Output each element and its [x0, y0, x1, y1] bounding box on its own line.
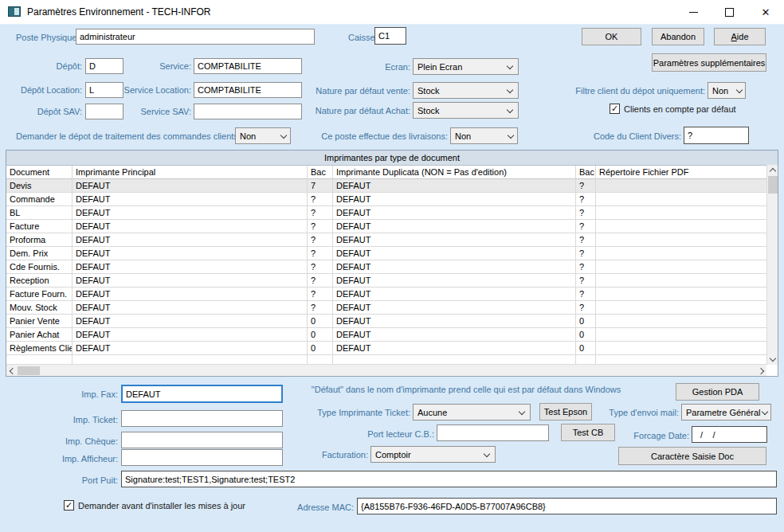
table-cell[interactable]: DEFAUT [73, 193, 308, 206]
table-cell[interactable]: ? [308, 301, 333, 315]
table-cell[interactable]: DEFAUT [333, 179, 576, 193]
table-cell[interactable] [596, 179, 766, 193]
table-cell[interactable]: ? [308, 247, 333, 260]
gestion-pda-button[interactable]: Gestion PDA [676, 383, 759, 401]
col-header-imprimante-principal[interactable]: Imprimante Principal [73, 166, 308, 179]
adresse-mac-input[interactable] [357, 498, 777, 514]
ok-button[interactable]: OK [582, 28, 641, 45]
table-cell[interactable] [596, 274, 766, 288]
type-envoi-mail-select[interactable]: Parametre Général [681, 404, 771, 421]
table-cell[interactable]: 0 [576, 315, 596, 328]
table-cell[interactable]: DEFAUT [73, 274, 308, 288]
table-cell[interactable]: ? [576, 247, 596, 260]
table-cell[interactable]: ? [576, 301, 596, 315]
table-cell[interactable]: DEFAUT [333, 233, 576, 247]
table-row[interactable]: CommandeDEFAUT?DEFAUT? [6, 193, 766, 206]
table-cell[interactable]: Proforma [6, 233, 73, 247]
table-cell[interactable] [596, 315, 766, 328]
port-puit-input[interactable] [121, 471, 777, 487]
maj-checkbox[interactable]: ✓ [64, 500, 74, 510]
filtre-client-select[interactable]: Non [708, 82, 746, 99]
table-cell[interactable]: ? [308, 220, 333, 233]
table-cell[interactable]: ? [576, 274, 596, 288]
table-cell[interactable] [596, 193, 766, 206]
table-row[interactable]: ProformaDEFAUT?DEFAUT? [6, 233, 766, 247]
table-cell[interactable]: DEFAUT [73, 315, 308, 328]
vertical-scroll-thumb[interactable] [768, 176, 778, 194]
table-cell[interactable]: DEFAUT [333, 193, 576, 206]
table-cell[interactable]: DEFAUT [73, 206, 308, 220]
table-cell[interactable]: DEFAUT [333, 301, 576, 315]
table-cell[interactable]: ? [576, 260, 596, 274]
table-cell[interactable]: Facture Fourn. [6, 288, 73, 301]
table-row[interactable]: Cde Fournis.DEFAUT?DEFAUT? [6, 260, 766, 274]
table-cell[interactable]: ? [308, 193, 333, 206]
test-epson-button[interactable]: Test Epson [539, 403, 592, 421]
table-cell[interactable] [596, 288, 766, 301]
scroll-right-button[interactable] [756, 366, 766, 376]
table-cell[interactable]: Commande [6, 193, 73, 206]
table-cell[interactable]: ? [308, 288, 333, 301]
table-cell[interactable]: Cde Fournis. [6, 260, 73, 274]
table-row[interactable]: BLDEFAUT?DEFAUT? [6, 206, 766, 220]
table-row[interactable]: ReceptionDEFAUT?DEFAUT? [6, 274, 766, 288]
imp-cheque-input[interactable] [121, 432, 283, 448]
col-header-bac1[interactable]: Bac [308, 166, 333, 179]
table-cell[interactable]: 7 [308, 179, 333, 193]
horizontal-scrollbar[interactable] [6, 364, 766, 376]
service-location-input[interactable] [194, 82, 302, 98]
table-cell[interactable]: ? [576, 179, 596, 193]
port-lecteur-cb-input[interactable] [437, 424, 549, 441]
table-cell[interactable] [596, 220, 766, 233]
imp-afficheur-input[interactable] [121, 449, 283, 466]
col-header-document[interactable]: Document [6, 166, 73, 179]
scroll-left-button[interactable] [6, 366, 17, 376]
table-cell[interactable]: DEFAUT [73, 233, 308, 247]
demander-depot-select[interactable]: Non [235, 127, 291, 144]
test-cb-button[interactable]: Test CB [561, 424, 615, 441]
close-button[interactable]: ✕ [747, 0, 784, 24]
table-cell[interactable]: DEFAUT [333, 315, 576, 328]
table-cell[interactable]: ? [308, 274, 333, 288]
aide-button[interactable]: Aide [714, 28, 766, 45]
table-cell[interactable]: BL [6, 206, 73, 220]
table-cell[interactable]: DEFAUT [73, 260, 308, 274]
scroll-down-button[interactable] [767, 354, 778, 364]
table-cell[interactable]: DEFAUT [333, 247, 576, 260]
nature-vente-select[interactable]: Stock [413, 82, 519, 99]
table-cell[interactable]: Reception [6, 274, 73, 288]
table-cell[interactable]: ? [576, 206, 596, 220]
maximize-button[interactable] [711, 0, 747, 24]
table-cell[interactable]: ? [576, 288, 596, 301]
table-cell[interactable]: ? [308, 260, 333, 274]
table-cell[interactable]: ? [576, 193, 596, 206]
table-row[interactable]: Facture Fourn.DEFAUT?DEFAUT? [6, 288, 766, 301]
table-cell[interactable]: Dem. Prix [6, 247, 73, 260]
table-cell[interactable]: DEFAUT [333, 274, 576, 288]
table-cell[interactable]: DEFAUT [73, 179, 308, 193]
imp-ticket-input[interactable] [121, 410, 283, 427]
table-cell[interactable]: ? [308, 233, 333, 247]
col-header-repertoire-pdf[interactable]: Répertoire Fichier PDF [596, 166, 766, 179]
table-cell[interactable]: Mouv. Stock [6, 301, 73, 315]
table-cell[interactable]: ? [576, 233, 596, 247]
nature-achat-select[interactable]: Stock [413, 102, 519, 119]
table-cell[interactable]: DEFAUT [73, 247, 308, 260]
table-cell[interactable]: DEFAUT [333, 328, 576, 342]
imp-fax-input[interactable] [121, 385, 283, 403]
table-row[interactable]: FactureDEFAUT?DEFAUT? [6, 220, 766, 233]
table-cell[interactable]: 0 [308, 328, 333, 342]
table-cell[interactable]: Facture [6, 220, 73, 233]
table-cell[interactable]: DEFAUT [333, 342, 576, 355]
table-cell[interactable] [596, 233, 766, 247]
horizontal-scroll-thumb[interactable] [18, 366, 40, 375]
table-cell[interactable]: DEFAUT [333, 288, 576, 301]
table-cell[interactable]: 0 [576, 342, 596, 355]
table-cell[interactable]: DEFAUT [73, 220, 308, 233]
table-cell[interactable] [596, 301, 766, 315]
ecran-select[interactable]: Plein Ecran [413, 58, 519, 75]
caisse-input[interactable] [374, 27, 406, 45]
table-row[interactable]: Panier AchatDEFAUT0DEFAUT0 [6, 328, 766, 342]
table-cell[interactable] [596, 342, 766, 355]
table-cell[interactable]: 0 [308, 342, 333, 355]
